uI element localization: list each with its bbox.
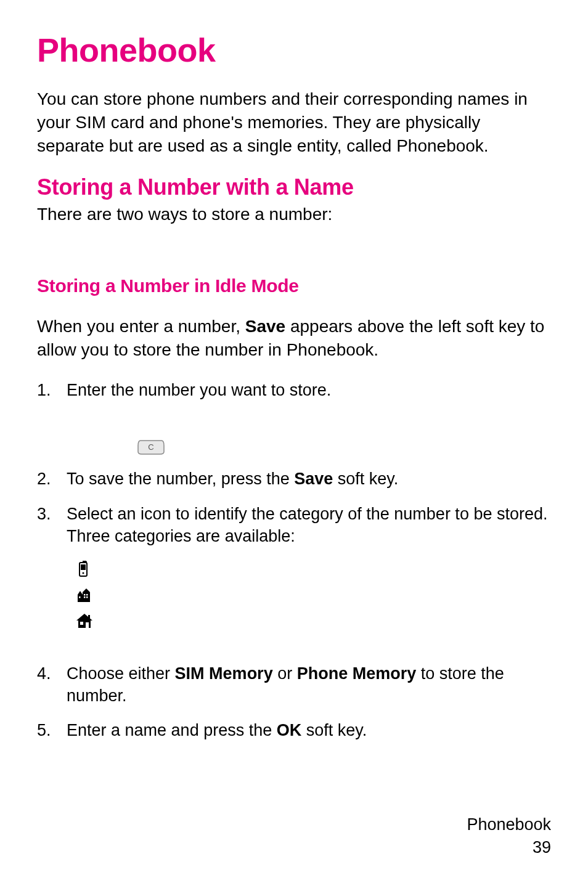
svg-rect-6 xyxy=(78,595,83,602)
home-icon xyxy=(74,612,551,632)
mobile-icon xyxy=(74,560,551,581)
intro-paragraph: You can store phone numbers and their co… xyxy=(37,87,551,157)
svg-rect-14 xyxy=(79,596,81,598)
step-1: 1. Enter the number you want to store. xyxy=(37,379,551,401)
category-icons xyxy=(74,560,551,632)
svg-rect-2 xyxy=(81,564,86,570)
step-number: 5. xyxy=(37,719,51,741)
text-fragment: To save the number, press the xyxy=(67,470,294,488)
step-4: 4. Choose either SIM Memory or Phone Mem… xyxy=(37,662,551,707)
steps-list: 1. Enter the number you want to store. C… xyxy=(37,379,551,742)
step-number: 4. xyxy=(37,662,51,685)
ok-bold: OK xyxy=(277,721,302,739)
svg-rect-11 xyxy=(86,594,88,596)
office-icon xyxy=(74,586,551,607)
sim-memory-bold: SIM Memory xyxy=(175,664,273,683)
text-fragment: Choose either xyxy=(67,664,175,683)
svg-rect-13 xyxy=(86,596,88,598)
step-text: Enter the number you want to store. xyxy=(67,381,331,399)
text-fragment: When you enter a number, xyxy=(37,317,245,336)
page-footer: Phonebook 39 xyxy=(467,813,551,858)
footer-page-number: 39 xyxy=(467,836,551,858)
page-title: Phonebook xyxy=(37,31,551,69)
save-label-bold: Save xyxy=(245,317,285,336)
footer-section-label: Phonebook xyxy=(467,813,551,836)
svg-marker-15 xyxy=(76,614,92,621)
section-heading-idle-mode: Storing a Number in Idle Mode xyxy=(37,275,551,296)
svg-rect-10 xyxy=(84,594,86,596)
section1-text: There are two ways to store a number: xyxy=(37,203,551,226)
svg-marker-7 xyxy=(78,591,83,595)
section-heading-store-name: Storing a Number with a Name xyxy=(37,174,551,200)
text-fragment: or xyxy=(273,664,297,683)
step-5: 5. Enter a name and press the OK soft ke… xyxy=(37,719,551,741)
step-3: 3. Select an icon to identify the catego… xyxy=(37,503,551,548)
step-2: 2. To save the number, press the Save so… xyxy=(37,468,551,490)
save-bold: Save xyxy=(294,470,333,488)
svg-rect-19 xyxy=(88,615,90,619)
step-number: 1. xyxy=(37,379,51,401)
step-text: Select an icon to identify the category … xyxy=(67,505,547,545)
svg-rect-18 xyxy=(86,622,89,628)
text-fragment: Enter a name and press the xyxy=(67,721,277,739)
step-number: 2. xyxy=(37,468,51,490)
svg-rect-17 xyxy=(80,622,83,625)
phone-memory-bold: Phone Memory xyxy=(297,664,417,683)
svg-point-5 xyxy=(83,572,84,574)
text-fragment: soft key. xyxy=(333,470,398,488)
text-fragment: soft key. xyxy=(301,721,367,739)
svg-text:C: C xyxy=(148,442,153,452)
step-number: 3. xyxy=(37,503,51,525)
c-key-icon: C xyxy=(136,438,166,458)
svg-rect-12 xyxy=(84,596,86,598)
svg-marker-9 xyxy=(83,588,90,592)
section2-intro: When you enter a number, Save appears ab… xyxy=(37,315,551,362)
